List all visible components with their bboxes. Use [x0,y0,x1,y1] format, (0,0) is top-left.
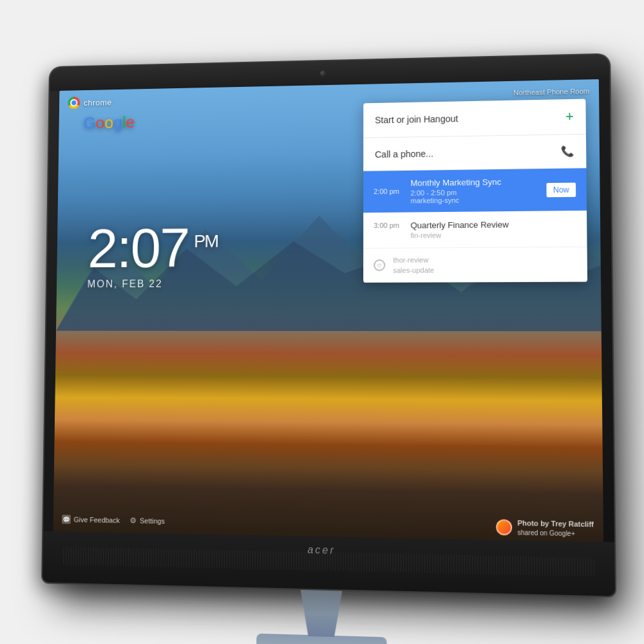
event-active-row[interactable]: 2:00 pm Monthly Marketing Sync 2:00 - 2:… [363,168,587,213]
event-upcoming-room: fin-review [411,230,576,239]
call-phone-row[interactable]: Call a phone... 📞 [363,135,586,171]
camera [320,71,325,76]
bottom-bezel: acer [43,531,615,596]
photo-credit-area: Photo by Trey Ratcliff shared on Google+ [496,518,594,538]
pending-room-2: sales-update [393,265,576,274]
phone-icon: 📞 [561,145,574,157]
gear-icon: ⚙ [129,516,137,525]
settings-button[interactable]: ⚙ Settings [129,516,165,526]
bottom-left-actions: 💬 Give Feedback ⚙ Settings [62,515,165,526]
feedback-icon: 💬 [62,515,71,524]
event-active-title: Monthly Marketing Sync [410,176,538,187]
event-pending-row: ⏱ thor-review sales-update [363,247,587,283]
event-active-time: 2:00 pm [374,187,402,196]
clock-display: 2:07PM MON, FEB 22 [88,220,218,290]
clock-time: 2:07PM [88,220,218,276]
feedback-label: Give Feedback [73,516,120,524]
start-hangout-row[interactable]: Start or join Hangout + [363,99,586,138]
clock-date: MON, FEB 22 [88,278,218,289]
photo-avatar [496,519,512,535]
stand-neck [295,590,347,638]
call-phone-label: Call a phone... [375,148,433,159]
monitor-outer: chrome Northeast Phone Room Google 2:07P… [43,55,615,596]
photo-credit-name: Photo by Trey Ratcliff [517,518,594,529]
chrome-icon [68,97,80,109]
photo-credit-platform: shared on Google+ [517,529,575,537]
event-upcoming-title: Quarterly Finance Review [411,219,576,230]
plus-icon: + [565,109,574,124]
event-upcoming-details: Quarterly Finance Review fin-review [411,219,576,239]
photo-credit-text: Photo by Trey Ratcliff shared on Google+ [517,518,594,538]
clock-icon: ⏱ [374,260,385,271]
event-active-details: Monthly Marketing Sync 2:00 - 2:50 pm ma… [410,176,538,204]
event-upcoming-row[interactable]: 3:00 pm Quarterly Finance Review fin-rev… [363,211,587,249]
room-name: Northeast Phone Room [513,87,589,96]
chrome-logo-area: chrome [68,96,112,109]
now-button[interactable]: Now [546,182,576,197]
pending-room-1: thor-review [393,255,576,264]
screen: chrome Northeast Phone Room Google 2:07P… [53,79,604,542]
feedback-button[interactable]: 💬 Give Feedback [62,515,120,525]
pending-details: thor-review sales-update [393,255,576,274]
start-hangout-label: Start or join Hangout [375,113,458,125]
settings-label: Settings [140,516,165,525]
chrome-label: chrome [84,97,112,107]
event-upcoming-time: 3:00 pm [374,221,402,231]
hangout-panel: Start or join Hangout + Call a phone... … [363,99,587,283]
monitor-stand [256,589,387,644]
google-logo: Google [83,113,135,133]
event-active-room: marketing-sync [410,195,538,204]
